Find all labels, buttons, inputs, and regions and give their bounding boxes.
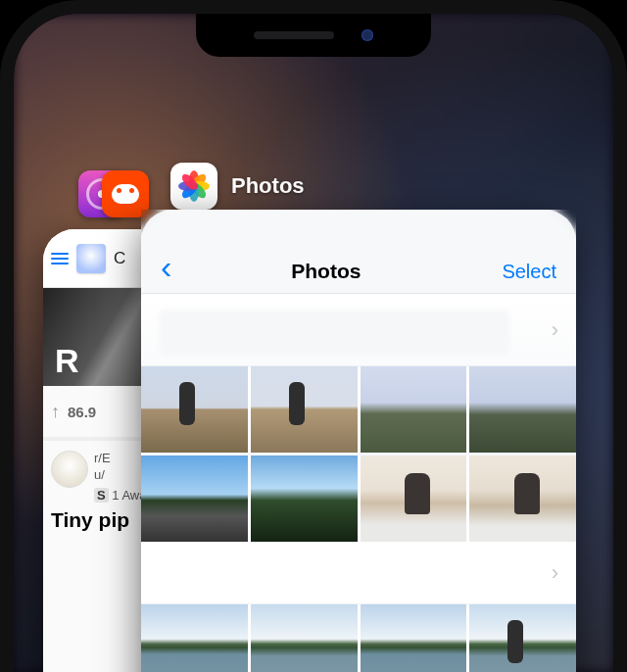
reddit-icon bbox=[102, 170, 149, 217]
chevron-right-icon: › bbox=[552, 317, 558, 343]
photo-thumbnail[interactable] bbox=[251, 366, 358, 453]
photo-thumbnail[interactable] bbox=[469, 456, 576, 542]
photo-thumbnail[interactable] bbox=[251, 604, 358, 672]
chevron-right-icon: › bbox=[552, 560, 558, 586]
screen: C R 86.9 r/E u/ S 1 Awar Tiny pip bbox=[14, 14, 613, 672]
award-badge-icon: S bbox=[94, 488, 109, 503]
photo-thumbnail[interactable] bbox=[361, 604, 467, 672]
notch bbox=[196, 14, 431, 57]
photos-section-header[interactable]: › bbox=[141, 542, 576, 604]
photo-thumbnail[interactable] bbox=[141, 366, 248, 453]
app-switcher-card-photos[interactable]: ‹ Photos Select › › bbox=[141, 210, 576, 672]
bgapp-icon bbox=[76, 244, 106, 273]
bgapp-vote-count: 86.9 bbox=[68, 404, 96, 420]
reddit-face bbox=[112, 184, 139, 204]
photos-app-icon bbox=[170, 163, 217, 210]
phone-frame: C R 86.9 r/E u/ S 1 Awar Tiny pip bbox=[0, 0, 627, 672]
page-title: Photos bbox=[171, 260, 502, 283]
photo-thumbnail[interactable] bbox=[141, 604, 248, 672]
photo-thumbnail[interactable] bbox=[469, 366, 576, 453]
select-button[interactable]: Select bbox=[502, 261, 556, 283]
back-button[interactable]: ‹ bbox=[161, 250, 171, 283]
photos-flower-icon bbox=[176, 168, 212, 204]
photo-row bbox=[141, 366, 576, 453]
photo-row bbox=[141, 456, 576, 542]
photo-thumbnail[interactable] bbox=[361, 456, 467, 542]
photos-section-header[interactable]: › bbox=[141, 294, 576, 366]
photo-thumbnail[interactable] bbox=[251, 456, 358, 542]
photo-row bbox=[141, 604, 576, 672]
bgapp-avatar bbox=[51, 451, 88, 488]
front-camera bbox=[362, 29, 373, 41]
photos-navbar: ‹ Photos Select bbox=[141, 210, 576, 294]
bgapp-search-letter: C bbox=[114, 249, 125, 268]
photo-thumbnail[interactable] bbox=[469, 604, 576, 672]
photos-app-label: Photos bbox=[231, 173, 305, 199]
speaker-grille bbox=[254, 31, 334, 39]
photo-thumbnail[interactable] bbox=[141, 456, 248, 542]
photo-thumbnail[interactable] bbox=[361, 366, 467, 453]
bgapp-hero-text: R bbox=[55, 342, 80, 380]
section-title-redacted bbox=[159, 310, 509, 356]
menu-icon[interactable] bbox=[51, 253, 69, 264]
